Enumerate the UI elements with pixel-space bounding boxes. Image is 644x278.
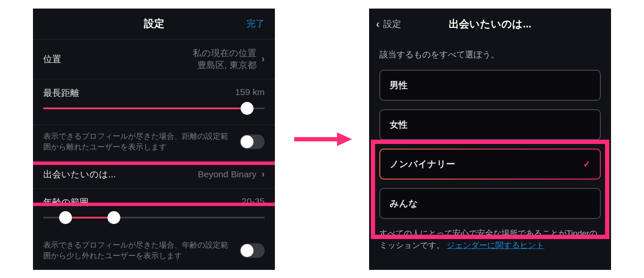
option-label: 男性: [390, 79, 408, 91]
age-section: 年齢の範囲 20-35: [33, 188, 275, 234]
slider-thumb[interactable]: [241, 102, 253, 115]
toggle-knob: [241, 244, 253, 257]
chevron-right-icon: ›: [262, 169, 265, 180]
option-label: みんな: [390, 197, 418, 209]
option-male[interactable]: 男性: [379, 70, 601, 101]
header: 設定 完了: [33, 9, 275, 39]
distance-toggle-row: 表示できるプロフィールが尽きた場合、距離の設定範囲から離れたユーザーを表示します: [33, 125, 275, 161]
distance-slider[interactable]: [43, 108, 265, 109]
back-label: 設定: [383, 18, 401, 30]
chevron-right-icon: ›: [262, 54, 265, 65]
option-list: 男性 女性 ノンバイナリー ✓ みんな: [369, 70, 611, 219]
page-title: 設定: [144, 17, 164, 30]
location-row[interactable]: 位置 私の現在の位置 豊島区, 東京都 ›: [33, 39, 275, 79]
want-to-meet-row[interactable]: 出会いたいのは... Beyond Binary ›: [33, 161, 275, 188]
subtitle: 該当するものをすべて選ぼう。: [369, 39, 611, 70]
settings-screen: 設定 完了 位置 私の現在の位置 豊島区, 東京都 › 最長距離 159 km …: [33, 9, 275, 270]
toggle-knob: [241, 135, 253, 148]
location-value-1: 私の現在の位置: [193, 47, 256, 59]
option-female[interactable]: 女性: [379, 109, 601, 140]
option-label: ノンバイナリー: [390, 158, 455, 170]
distance-toggle[interactable]: [240, 135, 265, 149]
footer-text: すべての人にとって安心で安全な場所であることがTinderのミッションです。 ジ…: [369, 219, 611, 252]
arrow-icon: [292, 131, 352, 148]
want-to-meet-value: Beyond Binary: [198, 169, 256, 179]
option-everyone[interactable]: みんな: [379, 188, 601, 219]
distance-value: 159 km: [235, 87, 265, 99]
svg-marker-1: [337, 132, 352, 146]
page-title: 出会いたいのは...: [449, 17, 531, 31]
chevron-left-icon: ‹: [376, 18, 380, 30]
age-value: 20-35: [242, 196, 265, 208]
distance-toggle-text: 表示できるプロフィールが尽きた場合、距離の設定範囲から離れたユーザーを表示します: [43, 131, 233, 152]
age-slider[interactable]: [43, 217, 265, 218]
slider-thumb-max[interactable]: [107, 211, 120, 224]
option-label: 女性: [390, 119, 408, 131]
option-nonbinary[interactable]: ノンバイナリー ✓: [379, 149, 601, 179]
want-to-meet-label: 出会いたいのは...: [43, 168, 116, 180]
slider-thumb-min[interactable]: [59, 211, 72, 224]
age-toggle-text: 表示できるプロフィールが尽きた場合、年齢の設定範囲から少し外れたユーザーを表示し…: [43, 240, 233, 261]
age-toggle[interactable]: [240, 243, 265, 258]
location-value-2: 豊島区, 東京都: [197, 59, 256, 71]
done-button[interactable]: 完了: [247, 18, 265, 30]
age-toggle-row: 表示できるプロフィールが尽きた場合、年齢の設定範囲から少し外れたユーザーを表示し…: [33, 234, 275, 269]
location-label: 位置: [43, 53, 61, 65]
gender-hints-link[interactable]: ジェンダーに関するヒント: [447, 241, 544, 250]
distance-section: 最長距離 159 km: [33, 79, 275, 125]
check-icon: ✓: [583, 159, 590, 169]
distance-label: 最長距離: [43, 87, 79, 99]
want-to-meet-screen: ‹ 設定 出会いたいのは... 該当するものをすべて選ぼう。 男性 女性 ノンバ…: [369, 9, 611, 270]
header: ‹ 設定 出会いたいのは...: [369, 9, 611, 39]
back-button[interactable]: ‹ 設定: [376, 18, 401, 30]
age-label: 年齢の範囲: [43, 196, 89, 208]
